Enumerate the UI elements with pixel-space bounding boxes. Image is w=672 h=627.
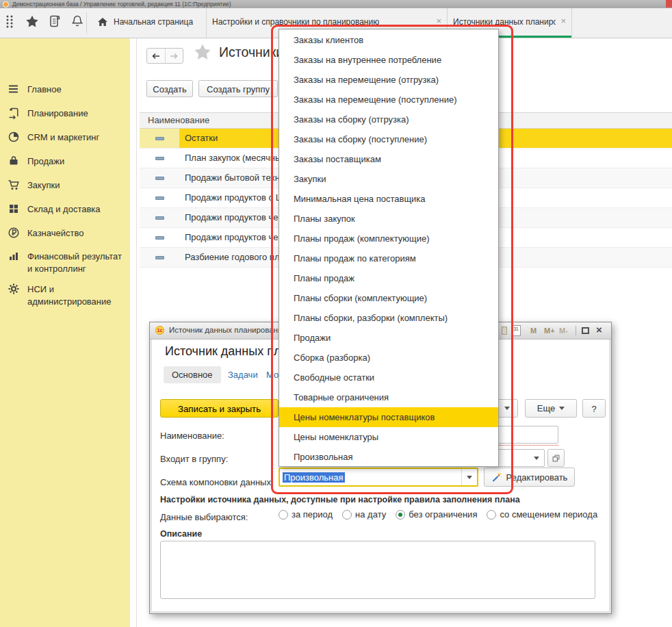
calendar-icon[interactable]: 31 [511, 325, 521, 336]
group-field-label: Входит в группу: [160, 454, 228, 464]
sidebar-item-label: Закупки [27, 179, 129, 192]
radio-group-label: Данные выбираются: [160, 512, 248, 522]
tab-settings-close-icon[interactable]: × [436, 16, 441, 25]
radio-option[interactable]: на дату [342, 509, 386, 520]
dropdown-item[interactable]: Заказы поставщикам [279, 149, 498, 169]
schema-combobox-value: Произвольная [283, 472, 345, 483]
dropdown-item[interactable]: Цены номенклатуры [279, 427, 498, 447]
magic-wand-icon [491, 472, 502, 483]
calendar-icon-number: 31 [512, 326, 520, 332]
tab-settings-label: Настройки и справочники по планированию [212, 17, 379, 27]
dialog-titlebar-separator [576, 326, 576, 335]
row-name: Продажи продуктов через [185, 208, 292, 227]
dropdown-item[interactable]: Произвольная [279, 447, 498, 467]
radio-button-icon[interactable] [396, 510, 405, 520]
history-nav-group [146, 48, 183, 64]
radio-option[interactable]: без ограничения [396, 509, 477, 520]
sidebar: ГлавноеПланированиеCRM и маркетингПродаж… [0, 38, 130, 627]
planning-icon [8, 107, 20, 119]
toolbar-divider [86, 12, 87, 34]
radio-option[interactable]: за период [279, 509, 333, 520]
dialog-tab-main[interactable]: Основное [164, 366, 221, 383]
sales-bag-icon [8, 155, 20, 167]
back-button[interactable] [147, 49, 165, 63]
radio-button-icon[interactable] [279, 510, 288, 520]
tab-sources-close-icon[interactable]: × [560, 16, 566, 25]
warehouse-icon [8, 203, 20, 215]
radio-button-icon[interactable] [487, 510, 496, 520]
dialog-1c-logo-icon: 1с [155, 326, 164, 335]
titlebar-icon-stub[interactable] [502, 327, 507, 335]
dropdown-item[interactable]: Заказы на внутреннее потребление [279, 50, 498, 70]
dropdown-item[interactable]: Закупки [279, 169, 498, 189]
dropdown-item[interactable]: Заказы на перемещение (отгрузка) [279, 70, 498, 90]
chevron-down-icon[interactable] [534, 457, 539, 460]
dropdown-item[interactable]: Планы сборки (комплектующие) [279, 288, 498, 308]
dropdown-item[interactable]: Сборка (разборка) [279, 348, 498, 368]
dropdown-item[interactable]: Планы сборки, разборки (комплекты) [279, 308, 498, 328]
data-source-icon [140, 228, 179, 247]
dialog-scale-button-mminus[interactable]: M- [559, 327, 568, 335]
open-group-button[interactable] [547, 449, 565, 467]
dropdown-item[interactable]: Заказы на сборку (отгрузка) [279, 110, 498, 129]
menu-bars-icon [8, 83, 20, 95]
dropdown-item[interactable]: Минимальная цена поставщика [279, 189, 498, 209]
radio-button-icon[interactable] [342, 510, 352, 520]
notifications-bell-icon[interactable] [70, 14, 84, 28]
tab-home-label: Начальная страница [114, 17, 193, 27]
schema-dropdown-list: Заказы клиентовЗаказы на внутреннее потр… [279, 29, 499, 467]
help-button[interactable]: ? [582, 399, 606, 418]
window-titlebar: Демонстрационная база / Управление торго… [0, 0, 672, 8]
dropdown-item[interactable]: Заказы на перемещение (поступление) [279, 90, 498, 110]
save-and-close-button[interactable]: Записать и закрыть [160, 399, 279, 418]
data-source-icon [140, 149, 179, 168]
dropdown-item[interactable]: Планы продаж по категориям [279, 248, 498, 268]
forward-button[interactable] [165, 49, 183, 63]
dropdown-item[interactable]: Цены номенклатуры поставщиков [279, 407, 498, 427]
row-name: Остатки [185, 129, 218, 147]
radio-option[interactable]: со смещением периода [487, 509, 597, 520]
dialog-scale-button-m[interactable]: M [530, 327, 537, 335]
sidebar-item-label: Продажи [27, 155, 129, 168]
purchases-cart-icon [8, 179, 20, 191]
dialog-maximize-button[interactable] [582, 327, 589, 334]
description-label: Описание [160, 529, 202, 539]
create-group-button[interactable]: Создать группу [198, 80, 278, 97]
dropdown-item[interactable]: Планы закупок [279, 209, 498, 229]
tab-sources-label: Источники данных планирования [453, 17, 556, 27]
radio-option-label: со смещением периода [500, 509, 597, 520]
app-window: Демонстрационная база / Управление торго… [0, 0, 672, 627]
crm-pie-icon [8, 131, 20, 143]
split-button-stub[interactable] [496, 399, 518, 418]
dropdown-item[interactable]: Планы продаж [279, 268, 498, 288]
dropdown-item[interactable]: Планы продаж (комплектующие) [279, 229, 498, 248]
description-textarea[interactable] [160, 541, 595, 599]
favorite-star-icon[interactable] [194, 43, 211, 60]
history-icon[interactable] [48, 14, 62, 28]
edit-schema-button[interactable]: Редактировать [484, 468, 575, 487]
apps-grid-icon[interactable] [3, 14, 16, 28]
dropdown-item[interactable]: Продажи [279, 328, 498, 348]
data-source-icon [140, 168, 179, 188]
dialog-tab-tasks[interactable]: Задачи [228, 370, 258, 380]
schema-field-label: Схема компоновки данных: [160, 477, 274, 487]
schema-combobox[interactable]: Произвольная [279, 468, 478, 487]
more-button[interactable]: Еще [525, 399, 577, 418]
more-button-label: Еще [537, 403, 555, 413]
dropdown-item[interactable]: Заказы на сборку (поступление) [279, 129, 498, 149]
window-close-button[interactable] [666, 0, 672, 8]
dropdown-item[interactable]: Свободные остатки [279, 368, 498, 387]
chevron-down-icon [467, 476, 472, 479]
schema-combobox-arrow[interactable] [461, 469, 477, 485]
dialog-scale-button-mplus[interactable]: M+ [544, 327, 555, 335]
treasury-ruble-icon [8, 227, 20, 239]
favorites-star-icon[interactable] [25, 14, 39, 28]
settings-section-header: Настройки источника данных, доступные пр… [160, 495, 520, 504]
dropdown-item[interactable]: Заказы клиентов [279, 30, 498, 50]
sidebar-item-label: Планирование [27, 107, 129, 120]
create-button[interactable]: Создать [146, 80, 193, 97]
dropdown-item[interactable]: Товарные ограничения [279, 387, 498, 407]
dialog-close-button[interactable]: × [596, 324, 602, 335]
row-name: Продажи продуктов через [185, 228, 292, 246]
tab-home[interactable]: Начальная страница [90, 8, 207, 38]
